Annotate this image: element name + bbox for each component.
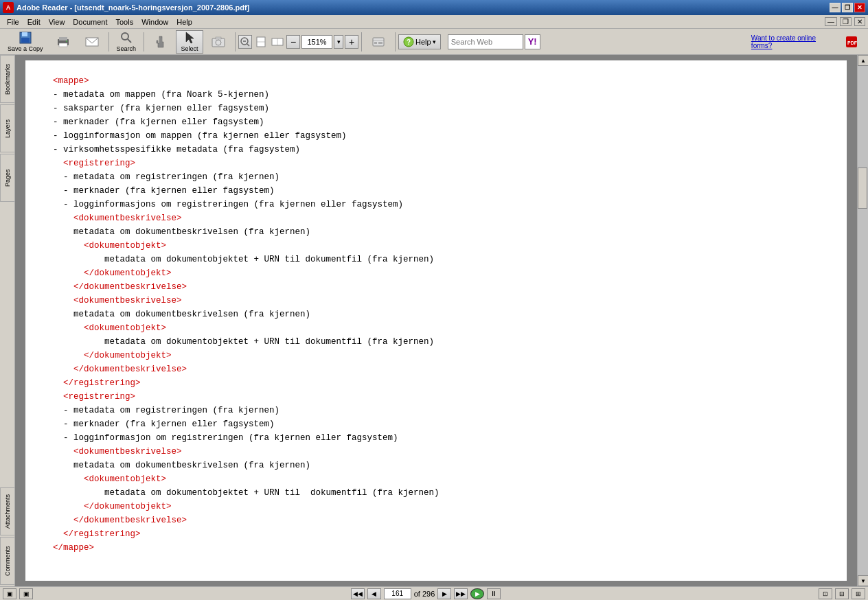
window-title: Adobe Reader - [utsendt_noark-5-horingsv… bbox=[16, 3, 249, 12]
content-line: <dokumentbeskrivelse> bbox=[53, 445, 819, 459]
status-icon-left[interactable]: ▣ bbox=[3, 588, 16, 599]
next-page-button[interactable]: ▶ bbox=[437, 588, 451, 599]
comments-tab[interactable]: Comments bbox=[0, 537, 15, 585]
pdf-export-button[interactable]: PDF bbox=[838, 30, 865, 54]
pdf-view-area: <mappe>- metadata om mappen (fra Noark 5… bbox=[15, 55, 857, 586]
print-button[interactable] bbox=[49, 30, 77, 54]
menu-edit[interactable]: Edit bbox=[23, 16, 45, 27]
hand-tool-button[interactable] bbox=[147, 30, 174, 54]
separator-3 bbox=[235, 32, 236, 51]
separator-4 bbox=[361, 32, 362, 51]
content-line: - metadata om mappen (fra Noark 5-kjerne… bbox=[53, 88, 819, 102]
content-line: </dokumentobjekt> bbox=[53, 266, 819, 280]
play-button[interactable]: ▶ bbox=[470, 588, 484, 599]
help-button[interactable]: ? Help ▾ bbox=[398, 34, 441, 49]
snapshot-icon bbox=[212, 35, 225, 49]
last-page-button[interactable]: ▶▶ bbox=[454, 588, 468, 599]
fit-width-button[interactable] bbox=[270, 34, 285, 49]
email-button[interactable] bbox=[78, 30, 106, 54]
zoom-dropdown-button[interactable]: ▾ bbox=[334, 35, 343, 49]
search-button[interactable]: Search bbox=[112, 30, 141, 54]
attachments-tab[interactable]: Attachments bbox=[0, 487, 15, 535]
separator-5 bbox=[395, 32, 396, 51]
status-icon-right[interactable]: ▣ bbox=[19, 588, 33, 599]
content-line: <registrering> bbox=[53, 157, 819, 170]
view-fit-button[interactable]: ⊡ bbox=[819, 588, 832, 599]
fit-page-button[interactable] bbox=[253, 34, 269, 49]
menu-help[interactable]: Help bbox=[172, 16, 196, 27]
prev-page-button[interactable]: ◀ bbox=[367, 588, 381, 599]
content-line: - merknader (fra kjernen eller fagsystem… bbox=[53, 184, 819, 198]
view-fit2-button[interactable]: ⊟ bbox=[835, 588, 849, 599]
status-bar: ▣ ▣ ◀◀ ◀ of 296 ▶ ▶▶ ▶ ⏸ ⊡ ⊟ ⊞ bbox=[0, 586, 868, 600]
content-line: <mappe> bbox=[53, 74, 819, 88]
page-navigation: ◀◀ ◀ of 296 ▶ ▶▶ ▶ ⏸ bbox=[351, 588, 501, 599]
snapshot-button[interactable] bbox=[205, 30, 232, 54]
content-line: </dokumentbeskrivelse> bbox=[53, 280, 819, 294]
select-icon bbox=[183, 31, 196, 45]
content-line: <dokumentobjekt> bbox=[53, 472, 819, 486]
zoom-controls: − ▾ + bbox=[238, 34, 358, 49]
menu-view[interactable]: View bbox=[45, 16, 69, 27]
zoom-in-button[interactable]: + bbox=[345, 35, 358, 49]
svg-text:?: ? bbox=[407, 38, 411, 46]
print-icon bbox=[56, 35, 70, 49]
inner-close-btn[interactable]: ✕ bbox=[854, 17, 865, 26]
scroll-track[interactable] bbox=[858, 66, 868, 575]
inner-minimize-btn[interactable]: — bbox=[825, 17, 837, 26]
svg-rect-5 bbox=[59, 43, 67, 47]
status-left: ▣ ▣ bbox=[3, 588, 33, 599]
save-copy-button[interactable]: Save a Copy bbox=[3, 30, 48, 54]
want-to-create-link[interactable]: Want to create online forms? bbox=[751, 34, 816, 49]
zoom-minus-button[interactable] bbox=[238, 35, 252, 49]
search-web-input[interactable] bbox=[451, 38, 520, 46]
svg-point-8 bbox=[122, 33, 128, 40]
view-fit3-button[interactable]: ⊞ bbox=[852, 588, 865, 599]
scroll-down-button[interactable]: ▼ bbox=[858, 575, 868, 586]
pdf-page: <mappe>- metadata om mappen (fra Noark 5… bbox=[25, 60, 847, 581]
yahoo-search-button[interactable]: Y! bbox=[525, 34, 540, 49]
menu-window[interactable]: Window bbox=[137, 16, 172, 27]
zoom-value-input[interactable] bbox=[301, 35, 332, 49]
maximize-button[interactable]: ❐ bbox=[842, 3, 853, 12]
content-line: <registrering> bbox=[53, 390, 819, 404]
scroll-thumb[interactable] bbox=[858, 168, 867, 209]
email-icon bbox=[85, 35, 99, 49]
app-icon: A bbox=[3, 2, 14, 13]
stop-button[interactable]: ⏸ bbox=[487, 588, 501, 599]
content-line: <dokumentobjekt> bbox=[53, 321, 819, 335]
close-button[interactable]: ✕ bbox=[854, 3, 865, 12]
layers-tab[interactable]: Layers bbox=[0, 104, 15, 152]
tools-button[interactable] bbox=[365, 30, 392, 54]
svg-rect-2 bbox=[21, 38, 30, 43]
pages-tab[interactable]: Pages bbox=[0, 154, 15, 202]
toolbar: Save a Copy Search bbox=[0, 29, 868, 55]
menu-file[interactable]: File bbox=[3, 16, 23, 27]
content-line: - logginformasjon om registreringen (fra… bbox=[53, 431, 819, 445]
inner-maximize-btn[interactable]: ❐ bbox=[840, 17, 852, 26]
page-number-input[interactable] bbox=[384, 588, 411, 599]
separator-2 bbox=[144, 32, 144, 51]
search-web-area: Y! bbox=[448, 34, 540, 49]
bookmarks-tab[interactable]: Bookmarks bbox=[0, 55, 15, 103]
search-label: Search bbox=[117, 45, 137, 52]
svg-line-17 bbox=[247, 44, 249, 46]
content-line: - saksparter (fra kjernen eller fagsyste… bbox=[53, 102, 819, 115]
menu-tools[interactable]: Tools bbox=[112, 16, 138, 27]
content-line: metadata om dokumentbeskrivelsen (fra kj… bbox=[53, 459, 819, 472]
first-page-button[interactable]: ◀◀ bbox=[351, 588, 365, 599]
vertical-scrollbar[interactable]: ▲ ▼ bbox=[857, 55, 868, 586]
svg-rect-4 bbox=[59, 37, 67, 41]
content-line: - merknader (fra kjernen eller fagsystem… bbox=[53, 417, 819, 431]
zoom-out-button[interactable]: − bbox=[286, 35, 300, 49]
menu-document[interactable]: Document bbox=[69, 16, 111, 27]
content-line: - merknader (fra kjernen eller fagsystem… bbox=[53, 115, 819, 129]
online-forms-area: Want to create online forms? bbox=[751, 34, 816, 49]
content-line: - metadata om registreringen (fra kjerne… bbox=[53, 170, 819, 184]
forms-text: forms? bbox=[751, 42, 773, 49]
save-copy-label: Save a Copy bbox=[8, 45, 43, 52]
minimize-button[interactable]: — bbox=[830, 3, 841, 12]
select-tool-button[interactable]: Select bbox=[176, 30, 203, 54]
svg-rect-6 bbox=[66, 41, 67, 42]
scroll-up-button[interactable]: ▲ bbox=[858, 55, 868, 66]
